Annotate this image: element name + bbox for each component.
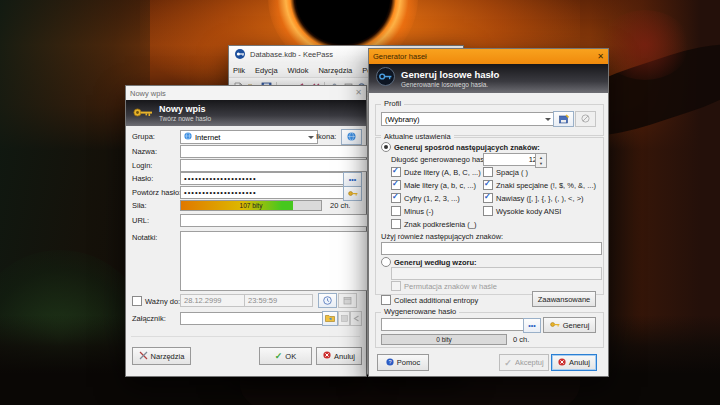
pattern-input[interactable] (391, 267, 602, 280)
password-label: Hasło: (132, 174, 153, 183)
attach-file-button[interactable] (322, 311, 338, 326)
new-entry-dialog: Nowy wpis ✕ Nowy wpis Twórz nowe hasło G… (125, 85, 367, 377)
generate-button[interactable]: Generuj (543, 317, 596, 333)
expire-presets-button[interactable] (318, 293, 337, 308)
spinner-down-icon[interactable]: ▼ (539, 161, 543, 166)
save-profile-button[interactable] (553, 111, 574, 127)
generated-password-input[interactable] (381, 318, 527, 331)
generate-password-button[interactable] (343, 186, 362, 201)
radio-icon (381, 142, 391, 152)
spinner-up-icon[interactable]: ▲ (539, 155, 543, 160)
also-chars-input[interactable] (381, 242, 602, 255)
generated-bits-text: 0 bity (382, 335, 506, 344)
checkbox-underscore[interactable]: Znak podkreślenia (_) (391, 219, 477, 229)
checkbox-high-ansi[interactable]: Wysokie kody ANSI (483, 206, 561, 216)
login-input[interactable] (180, 159, 368, 172)
checkbox-digits[interactable]: Cyfry (1, 2, 3, ...) (391, 193, 460, 203)
checkbox-label: Znak podkreślenia (_) (404, 220, 477, 229)
checkbox-icon (483, 206, 493, 216)
profile-combobox[interactable]: (Wybrany) (381, 112, 555, 126)
checkbox-icon (391, 193, 401, 203)
generator-titlebar[interactable]: Generator haseł ✕ (369, 49, 608, 64)
attachment-delete-button[interactable] (350, 311, 362, 326)
cancel-icon (323, 351, 331, 361)
expires-time-input[interactable]: 23:59:59 (244, 294, 313, 307)
repeat-password-input[interactable]: •••••••••••••••••••• (180, 186, 348, 199)
folder-icon (325, 314, 335, 323)
calendar-button[interactable] (338, 293, 357, 308)
checkbox-icon (391, 206, 401, 216)
length-spinner[interactable]: ▲ ▼ (535, 153, 547, 168)
strength-label: Siła: (132, 201, 147, 210)
attachment-input[interactable] (180, 312, 326, 325)
entropy-checkbox[interactable]: Collect additional entropy (381, 295, 478, 305)
key-circle-icon (376, 67, 395, 90)
menu-narzedzia[interactable]: Narzędzia (318, 66, 352, 75)
new-entry-titlebar[interactable]: Nowy wpis ✕ (126, 86, 366, 100)
login-label: Login: (132, 161, 152, 170)
length-input[interactable]: 12 (483, 153, 541, 166)
ok-button[interactable]: ✓ OK (259, 347, 312, 365)
prohibited-icon (581, 114, 590, 124)
choose-icon-button[interactable] (341, 129, 362, 145)
checkbox-upper-letters[interactable]: Duże litery (A, B, C, ...) (391, 167, 481, 177)
tools-button-label: Narzędzia (151, 352, 185, 361)
checkbox-space[interactable]: Spacja ( ) (483, 167, 528, 177)
attachment-save-button[interactable] (338, 311, 350, 326)
tools-button[interactable]: Narzędzia (132, 347, 191, 365)
svg-text:?: ? (388, 359, 391, 365)
name-input[interactable] (180, 145, 368, 158)
strength-chars-text: 20 ch. (330, 201, 350, 210)
group-combobox[interactable]: Internet (180, 130, 318, 144)
checkbox-icon (391, 281, 401, 291)
checkbox-minus[interactable]: Minus (-) (391, 206, 434, 216)
checkbox-special[interactable]: Znaki specjalne (!, $, %, &, ...) (483, 180, 596, 190)
charset-radio-label: Generuj spośród następujących znaków: (394, 143, 540, 152)
show-password-button[interactable]: ••• (343, 172, 362, 187)
password-generator-dialog: Generator haseł ✕ Generuj losowe hasło G… (368, 48, 609, 377)
checkbox-label: Znaki specjalne (!, $, %, &, ...) (496, 181, 596, 190)
checkbox-label: Wysokie kody ANSI (496, 207, 561, 216)
delete-profile-button[interactable] (575, 111, 596, 127)
close-icon[interactable]: ✕ (597, 53, 604, 61)
help-button[interactable]: ? Pomoc (377, 354, 429, 371)
close-icon[interactable]: ✕ (355, 89, 362, 97)
checkbox-icon (391, 167, 401, 177)
checkbox-icon (483, 193, 493, 203)
checkbox-label: Cyfry (1, 2, 3, ...) (404, 194, 460, 203)
password-input[interactable]: •••••••••••••••••••• (180, 172, 348, 185)
menu-edycja[interactable]: Edycja (255, 66, 278, 75)
accept-button-label: Akceptuj (515, 358, 544, 367)
url-input[interactable] (180, 214, 368, 227)
checkbox-label: Minus (-) (404, 207, 434, 216)
menu-plik[interactable]: Plik (233, 66, 245, 75)
checkbox-icon (483, 167, 493, 177)
notes-textarea[interactable] (180, 231, 368, 291)
checkbox-lower-letters[interactable]: Małe litery (a, b, c, ...) (391, 180, 476, 190)
expires-label: Ważny do: (145, 297, 180, 306)
check-icon: ✓ (504, 358, 512, 368)
permutation-checkbox[interactable]: Permutacja znaków w haśle (391, 281, 497, 291)
key-icon (550, 321, 560, 330)
clock-icon (323, 296, 332, 306)
tools-icon (139, 351, 148, 362)
checkbox-brackets[interactable]: Nawiasy ([, ], {, }, (, ), <, >) (483, 193, 584, 203)
pattern-radio[interactable]: Generuj według wzoru: (381, 257, 477, 267)
expires-date-input[interactable]: 28.12.2999 (180, 294, 249, 307)
cancel-button[interactable]: Anuluj (316, 347, 362, 365)
generated-label: Wygenerowane hasło (381, 307, 459, 316)
menu-widok[interactable]: Widok (288, 66, 309, 75)
advanced-button[interactable]: Zaawansowane (532, 291, 596, 307)
generator-cancel-button[interactable]: Anuluj (551, 354, 597, 371)
main-menubar: Plik Edycja Widok Narzędzia Pomoc (233, 64, 386, 76)
accept-button[interactable]: ✓ Akceptuj (499, 354, 549, 371)
globe-icon (184, 132, 192, 142)
expires-checkbox[interactable]: Ważny do: (132, 296, 180, 306)
name-label: Nazwa: (132, 147, 157, 156)
charset-radio[interactable]: Generuj spośród następujących znaków: (381, 142, 540, 152)
new-entry-header-subtitle: Twórz nowe hasło (159, 115, 211, 122)
entropy-label: Collect additional entropy (394, 296, 478, 305)
advanced-button-label: Zaawansowane (538, 295, 591, 304)
show-generated-button[interactable]: ••• (523, 318, 541, 333)
checkbox-label: Spacja ( ) (496, 168, 528, 177)
